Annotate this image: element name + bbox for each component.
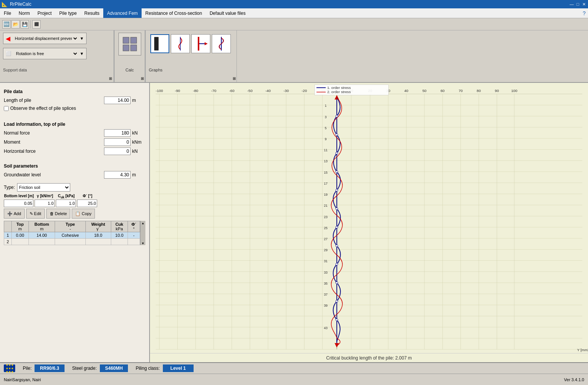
user-text: NairiSargsyan, Nairi: [4, 377, 41, 382]
col-header-4: Φ´ [°]: [77, 194, 98, 199]
moment-unit: kNm: [132, 139, 145, 145]
menu-resistance[interactable]: Resistance of Cross-section: [142, 8, 206, 18]
groundwater-row: Groundwater level m: [4, 171, 145, 179]
cell-weight-2: [85, 239, 111, 245]
rotation-selector[interactable]: ⬜ Rotation is free ▼: [3, 48, 87, 59]
toolbar-save[interactable]: 💾: [20, 20, 29, 29]
moment-row: Moment kNm: [4, 138, 145, 146]
normal-force-label: Normal force: [4, 130, 102, 136]
pile-info-row: ★★★★★★★★★ Pile: RR90/6.3 Steel grade: S4…: [0, 363, 588, 374]
close-button[interactable]: ✕: [581, 2, 586, 7]
menu-advancedfem[interactable]: Advanced Fem: [103, 8, 142, 18]
svg-text:9: 9: [325, 137, 327, 141]
graphs-expand-btn[interactable]: ⊞: [233, 76, 236, 81]
table-scrollbar[interactable]: ▲ ▼: [140, 221, 145, 245]
support-expand-btn[interactable]: ⊞: [109, 76, 112, 81]
menu-file[interactable]: File: [0, 8, 15, 18]
help-button[interactable]: ?: [580, 8, 588, 18]
graph-icon-4[interactable]: [212, 34, 231, 53]
svg-point-107: [336, 208, 338, 210]
normal-force-input[interactable]: [104, 129, 131, 137]
groundwater-unit: m: [132, 172, 145, 177]
soil-params-title: Soil parameters: [4, 163, 145, 169]
splice-checkbox[interactable]: [4, 106, 9, 111]
piling-section: Piling class: Level 1: [136, 364, 193, 372]
soil-cuk-input[interactable]: [56, 200, 76, 207]
length-input[interactable]: [104, 97, 131, 104]
type-label: Type:: [4, 185, 15, 190]
soil-phi-input[interactable]: [77, 200, 97, 207]
scroll-down-icon[interactable]: ▼: [142, 242, 145, 245]
titlebar-controls: — □ ✕: [569, 2, 586, 7]
cell-cuk-1: 10.0: [111, 232, 128, 239]
groundwater-input[interactable]: [104, 171, 131, 179]
rotation-select[interactable]: Rotation is free: [14, 49, 78, 58]
soil-bottom-input[interactable]: [4, 200, 33, 207]
chevron2-icon: ▼: [80, 51, 84, 56]
table-row[interactable]: 1 0.00 14.00 Cohesive 18.0 10.0 -: [4, 232, 140, 239]
minimize-button[interactable]: —: [569, 2, 574, 7]
menu-norm[interactable]: Norm: [15, 8, 33, 18]
scroll-up-icon[interactable]: ▲: [142, 222, 145, 225]
add-icon: ➕: [7, 211, 13, 216]
moment-input[interactable]: [104, 138, 131, 146]
soil-gamma-input[interactable]: [35, 200, 55, 207]
app-title: RrPileCalc: [10, 2, 32, 7]
svg-rect-4: [154, 37, 159, 51]
type-select[interactable]: Friction soil Cohesive soil: [17, 183, 70, 192]
maximize-button[interactable]: □: [575, 2, 580, 7]
length-label: Length of pile: [4, 98, 102, 103]
calc-expand-btn[interactable]: ⊞: [141, 76, 144, 81]
length-row: Length of pile m: [4, 97, 145, 104]
col-weight: Weightγ´: [85, 221, 111, 232]
graph-icon-2[interactable]: [171, 34, 190, 53]
edit-icon: ✎: [30, 211, 33, 216]
hforce-label: Horizontal force: [4, 149, 102, 154]
toolbar-new[interactable]: 🆕: [2, 20, 11, 29]
pile-data-title: Pile data: [4, 89, 145, 94]
load-info-title: Load information, top of pile: [4, 122, 145, 127]
menu-project[interactable]: Project: [34, 8, 55, 18]
svg-text:-60: -60: [229, 89, 235, 93]
svg-text:37: 37: [324, 293, 328, 296]
add-soil-btn[interactable]: ➕ Add: [4, 209, 25, 219]
svg-text:21: 21: [324, 204, 328, 208]
graph-icon-3[interactable]: [191, 34, 210, 53]
svg-rect-3: [131, 45, 137, 51]
graph-icon-1[interactable]: [150, 34, 169, 53]
spacer2: [4, 157, 145, 160]
toolbar-open[interactable]: 📂: [11, 20, 20, 29]
displacement-select[interactable]: Horizontal displacement prevented: [13, 34, 78, 43]
svg-point-108: [336, 226, 338, 228]
menu-results[interactable]: Results: [80, 8, 103, 18]
steel-grade-label: Steel grade:: [72, 366, 97, 371]
hforce-input[interactable]: [104, 147, 131, 155]
svg-text:60: 60: [440, 89, 445, 93]
col-bottom: Bottomm: [28, 221, 55, 232]
calc-button[interactable]: [118, 33, 141, 55]
toolbar-area: 🆕 📂 💾 ⬛: [0, 18, 588, 30]
svg-text:1. order stress: 1. order stress: [327, 86, 351, 90]
edit-soil-btn[interactable]: ✎ Edit: [26, 209, 45, 219]
col-top: Topm: [12, 221, 29, 232]
left-panel: Pile data Length of pile m Observe the e…: [0, 83, 150, 362]
copy-soil-btn[interactable]: 📋 Copy: [72, 209, 95, 219]
groundwater-label: Groundwater level: [4, 172, 102, 177]
svg-point-113: [336, 318, 338, 321]
displacement-selector[interactable]: ◀ Horizontal displacement prevented ▼: [3, 33, 87, 44]
menu-piletype[interactable]: Pile type: [55, 8, 80, 18]
delete-soil-btn[interactable]: 🗑 Delete: [46, 209, 71, 219]
svg-text:-40: -40: [265, 89, 271, 93]
col-num: [4, 221, 12, 232]
svg-rect-1: [131, 37, 137, 43]
svg-text:90: 90: [495, 89, 499, 93]
menu-defaultvalues[interactable]: Default value files: [206, 8, 249, 18]
status-row: NairiSargsyan, Nairi Ver 3.4.1.0: [0, 374, 588, 385]
svg-text:2. order stress: 2. order stress: [327, 90, 351, 94]
normal-force-unit: kN: [132, 130, 145, 136]
svg-text:80: 80: [477, 89, 481, 93]
svg-point-111: [336, 282, 338, 284]
table-row[interactable]: 2: [4, 239, 140, 245]
toolbar-extra1[interactable]: ⬛: [32, 20, 41, 29]
svg-point-106: [336, 189, 338, 192]
